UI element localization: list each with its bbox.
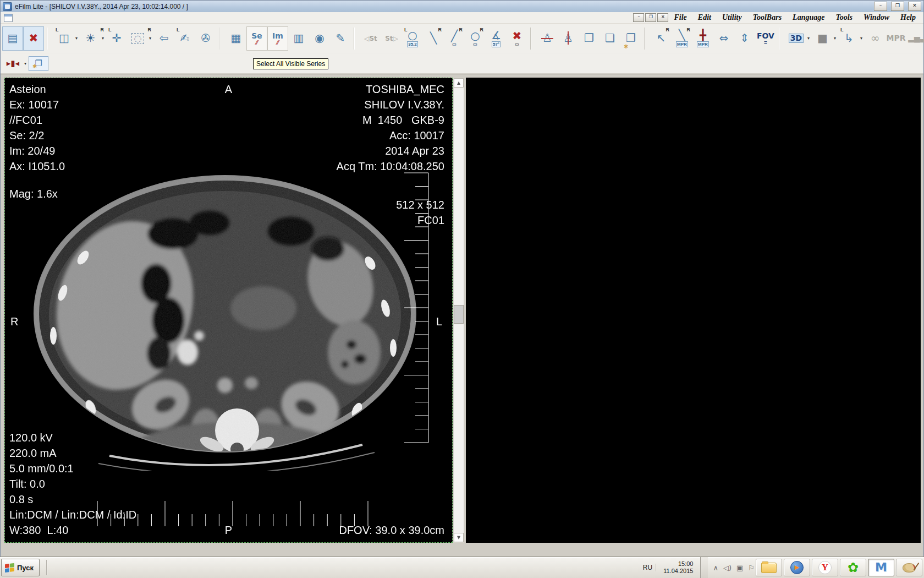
mpr-mode-icon[interactable]: MPR <box>886 26 906 51</box>
taskbar-paint-button[interactable] <box>896 559 922 576</box>
tray-volume-icon[interactable]: ◁) <box>723 564 732 572</box>
flip-vertical-icon[interactable]: ⇕ <box>734 26 755 51</box>
matrix-size: 512 x 512 <box>396 197 444 212</box>
window-level-icon[interactable]: R ☀ <box>80 26 106 51</box>
mdi-restore-button[interactable]: ❐ <box>645 13 656 22</box>
menu-item[interactable]: File <box>668 13 692 22</box>
minimize-button[interactable]: – <box>874 2 887 11</box>
ellipse-roi-icon[interactable]: R ○ ▭ <box>465 26 486 51</box>
angle-measure-icon[interactable]: ∡ 57° <box>486 26 507 51</box>
report-icon[interactable]: ▥ <box>288 26 309 51</box>
dropdown-caret-icon[interactable] <box>75 36 80 41</box>
select-all-series-icon[interactable]: ❐ <box>29 56 48 71</box>
toolbar-separator[interactable] <box>219 28 224 50</box>
show-desktop-button[interactable] <box>700 557 708 578</box>
menu-item[interactable]: Utility <box>717 13 747 22</box>
orientation-axial-icon[interactable]: ♙ <box>558 26 579 51</box>
previous-view-icon[interactable]: ⇦ <box>153 26 174 51</box>
edit-report-icon[interactable]: ✎ <box>330 26 351 51</box>
overlay-line: SHILOV I.V.38Y. <box>337 97 444 112</box>
volume-3d-icon[interactable]: 3D <box>785 26 812 51</box>
mpr-cross-icon[interactable]: ╋ MPR <box>692 26 713 51</box>
next-study-icon[interactable]: St▷ <box>381 26 402 51</box>
fov-icon[interactable]: FOV = <box>755 26 776 51</box>
tray-network-icon[interactable]: ▣ <box>736 564 743 572</box>
region-select-icon[interactable]: ■ <box>812 26 838 51</box>
mpr-line-icon[interactable]: R ╲ MPR <box>672 26 692 51</box>
dropdown-caret-icon[interactable] <box>834 36 838 41</box>
toolbar-separator[interactable] <box>644 28 649 50</box>
open-study-icon[interactable]: ▤ <box>2 26 23 51</box>
menu-item[interactable]: ToolBars <box>747 13 787 22</box>
line-measure-icon[interactable]: R ╲ <box>423 26 444 51</box>
toolbar-secondary: ▸▮◂ ❐ <box>1 53 923 74</box>
menu-item[interactable]: Tools <box>830 13 858 22</box>
taskbar-explorer-button[interactable] <box>756 559 782 576</box>
dropdown-caret-icon[interactable] <box>24 61 29 66</box>
overlay-line: 120.0 kV <box>9 430 136 445</box>
compare-studies-icon[interactable]: ▸▮◂ <box>2 56 29 71</box>
image-scrollbar[interactable]: ▲ ▼ <box>453 78 464 543</box>
delete-measurements-icon[interactable]: ✖ ▭ <box>507 26 527 51</box>
mdi-close-button[interactable]: ✕ <box>657 13 668 22</box>
orientation-anterior: A <box>225 81 232 97</box>
taskbar-yandex-button[interactable]: Y <box>812 559 838 576</box>
taskbar-clock[interactable]: 15:00 11.04.2015 <box>661 560 695 575</box>
close-study-icon[interactable]: ✖ <box>23 26 44 51</box>
scroll-up-icon[interactable]: ▲ <box>454 78 464 88</box>
mdi-document-icon[interactable] <box>4 14 13 22</box>
tray-expand-icon[interactable]: ∧ <box>713 564 718 572</box>
cine-icon[interactable]: ✇ <box>195 26 216 51</box>
propagate-images-icon[interactable]: ❏ <box>600 26 620 51</box>
toolbar-separator[interactable] <box>530 28 535 50</box>
mdi-minimize-button[interactable]: – <box>633 13 644 22</box>
probe-icon[interactable]: L ○ 35.2 <box>402 26 423 51</box>
dropdown-caret-icon[interactable] <box>860 36 865 41</box>
image-layout-icon[interactable]: Im ⁄⁄ <box>267 26 288 51</box>
ruler-icon[interactable]: R ╱ ▭ <box>444 26 465 51</box>
dropdown-caret-icon[interactable] <box>149 36 153 41</box>
language-indicator[interactable]: RU <box>643 564 656 571</box>
restore-button[interactable]: ❐ <box>891 2 904 11</box>
histogram-icon[interactable]: ▂▅▃ <box>906 26 924 51</box>
link-series-icon[interactable]: ❐ <box>579 26 600 51</box>
scroll-series-icon[interactable]: ❐ <box>620 26 641 51</box>
toolbar-separator[interactable] <box>47 28 52 50</box>
pan-icon[interactable]: L ✛ <box>106 26 127 51</box>
toolbar-separator[interactable] <box>354 28 359 50</box>
overlay-line: W:380 L:40 <box>9 522 136 538</box>
series-layout-icon[interactable]: Se ⁄⁄ <box>246 26 267 51</box>
close-button[interactable]: ✕ <box>908 2 921 11</box>
overlay-bottom-left: 120.0 kV 220.0 mA 5.0 mm/0.0:1 Tilt: 0.0… <box>9 430 136 538</box>
scroll-down-icon[interactable]: ▼ <box>454 533 464 542</box>
empty-viewport-cell[interactable] <box>466 78 921 543</box>
cursor-3d-icon[interactable]: R ↖ <box>651 26 672 51</box>
flip-horizontal-icon[interactable]: ⇔ <box>713 26 734 51</box>
dropdown-caret-icon[interactable] <box>102 36 106 41</box>
stereo-glasses-icon[interactable]: ∞ <box>865 26 886 51</box>
previous-study-icon[interactable]: ◁St <box>360 26 381 51</box>
view-report-icon[interactable]: ◉ <box>309 26 330 51</box>
orientation-coronal-icon[interactable]: ♙ <box>537 26 558 51</box>
taskbar-m-app-button[interactable]: M <box>868 559 894 576</box>
tray-flag-icon[interactable]: ⚐ <box>748 564 755 572</box>
image-viewport[interactable]: Asteion Ex: 10017 //FC01 Se: 2/2 Im: 20/… <box>4 78 453 543</box>
orientation-cube-icon[interactable]: L ↳ <box>838 26 865 51</box>
scrollbar-thumb[interactable] <box>454 305 464 324</box>
annotation-icon[interactable]: L ✍ <box>174 26 195 51</box>
menu-item[interactable]: Help <box>895 13 921 22</box>
overlay-line: 2014 Apr 23 <box>337 143 444 159</box>
menu-item[interactable]: Language <box>787 13 830 22</box>
taskbar-icq-button[interactable]: ✿ <box>840 559 866 576</box>
menu-item[interactable]: Window <box>858 13 895 22</box>
stack-images-icon[interactable]: L ◫ <box>53 26 80 51</box>
start-button[interactable]: Пуск <box>1 559 40 576</box>
taskbar-media-player-button[interactable]: ▶ <box>784 559 810 576</box>
overlay-magnification: Mag: 1.6x <box>9 186 58 201</box>
menu-item[interactable]: Edit <box>692 13 717 22</box>
toolbar-separator[interactable] <box>779 28 784 50</box>
dropdown-caret-icon[interactable] <box>807 36 812 41</box>
layout-grid-icon[interactable]: ▦ <box>226 26 246 51</box>
overlay-line: Tilt: 0.0 <box>9 476 136 492</box>
zoom-icon[interactable]: R ◌ <box>127 26 153 51</box>
